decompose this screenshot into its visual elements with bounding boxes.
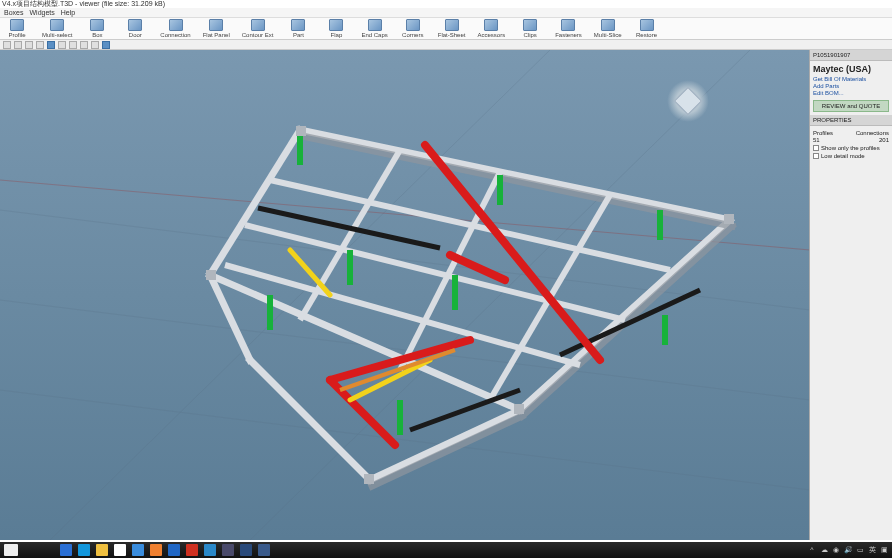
- tool-fit-icon[interactable]: [80, 41, 88, 49]
- start-button[interactable]: [4, 544, 18, 556]
- panel-title: Maytec (USA): [813, 64, 889, 74]
- svg-line-28: [330, 380, 395, 445]
- multi-select-icon: [50, 19, 64, 31]
- checkbox-icon: [813, 153, 819, 159]
- task-explorer-icon[interactable]: [96, 544, 108, 556]
- panel-group-header: P1051901907: [810, 50, 892, 61]
- task-shield-icon[interactable]: [150, 544, 162, 556]
- ribbon-flat-panel[interactable]: Flat Panel: [203, 19, 230, 38]
- task-app4-icon[interactable]: [258, 544, 270, 556]
- tool-undo-icon[interactable]: [14, 41, 22, 49]
- ribbon-toolbar: Profile Multi-select Box Door Connection…: [0, 18, 892, 40]
- windows-taskbar: ^ ☁ ◉ 🔊 ▭ 英 ▣: [0, 542, 892, 558]
- link-edit-bom[interactable]: Edit BOM...: [813, 90, 889, 96]
- menu-widgets[interactable]: Widgets: [29, 9, 54, 16]
- corners-icon: [406, 19, 420, 31]
- ribbon-multi-select[interactable]: Multi-select: [42, 19, 72, 38]
- svg-line-7: [520, 220, 730, 410]
- tray-volume-icon[interactable]: 🔊: [844, 546, 852, 554]
- ribbon-accessors[interactable]: Accessors: [477, 19, 505, 38]
- tool-home-icon[interactable]: [3, 41, 11, 49]
- tray-cloud-icon[interactable]: ☁: [820, 546, 828, 554]
- menu-bar: Boxes Widgets Help: [0, 8, 892, 18]
- tool-zoom-icon[interactable]: [69, 41, 77, 49]
- window-title: V4.x项目结构模型.T3D - viewer (file size: 31.2…: [0, 0, 892, 8]
- ribbon-multislice[interactable]: Multi-Slice: [594, 19, 622, 38]
- task-app3-icon[interactable]: [240, 544, 252, 556]
- part-icon: [291, 19, 305, 31]
- ribbon-box[interactable]: Box: [84, 19, 110, 38]
- ribbon-door[interactable]: Door: [122, 19, 148, 38]
- svg-line-14: [522, 226, 732, 416]
- task-search-icon[interactable]: [60, 544, 72, 556]
- chk-only-profiles[interactable]: Show only the profiles: [813, 145, 889, 151]
- ribbon-flatsheet[interactable]: Flat-Sheet: [438, 19, 466, 38]
- view-cube-face: [674, 87, 702, 115]
- menu-help[interactable]: Help: [61, 9, 75, 16]
- task-app1-icon[interactable]: [204, 544, 216, 556]
- ribbon-clips[interactable]: Clips: [517, 19, 543, 38]
- tool-refresh-icon[interactable]: [36, 41, 44, 49]
- ribbon-profile[interactable]: Profile: [4, 19, 30, 38]
- svg-rect-42: [514, 404, 524, 414]
- link-bom[interactable]: Get Bill Of Materials: [813, 76, 889, 82]
- profiles-value: 51: [813, 137, 820, 143]
- side-panel: P1051901907 Maytec (USA) Get Bill Of Mat…: [809, 50, 892, 540]
- connection-icon: [169, 19, 183, 31]
- checkbox-icon: [813, 145, 819, 151]
- svg-line-3: [50, 50, 550, 540]
- flat-panel-icon: [209, 19, 223, 31]
- flap-icon: [329, 19, 343, 31]
- tray-network-icon[interactable]: ◉: [832, 546, 840, 554]
- accessors-icon: [484, 19, 498, 31]
- svg-line-15: [372, 416, 522, 486]
- tray-chevron-icon[interactable]: ^: [808, 546, 816, 554]
- ribbon-connection[interactable]: Connection: [160, 19, 190, 38]
- ribbon-endcaps[interactable]: End Caps: [361, 19, 387, 38]
- ribbon-restore[interactable]: Restore: [634, 19, 660, 38]
- main-area: P1051901907 Maytec (USA) Get Bill Of Mat…: [0, 50, 892, 540]
- tool-pan-icon[interactable]: [58, 41, 66, 49]
- ribbon-flap[interactable]: Flap: [323, 19, 349, 38]
- link-add-parts[interactable]: Add Parts: [813, 83, 889, 89]
- ribbon-part[interactable]: Part: [285, 19, 311, 38]
- task-wps-icon[interactable]: [186, 544, 198, 556]
- ribbon-fasteners[interactable]: Fasteners: [555, 19, 582, 38]
- clips-icon: [523, 19, 537, 31]
- task-mail-icon[interactable]: [132, 544, 144, 556]
- tool-orbit-icon[interactable]: [47, 41, 55, 49]
- tray-ime-icon[interactable]: 英: [868, 546, 876, 554]
- tool-redo-icon[interactable]: [25, 41, 33, 49]
- svg-line-9: [210, 130, 300, 275]
- task-word-icon[interactable]: [168, 544, 180, 556]
- scene-svg: [0, 50, 809, 540]
- task-edge-icon[interactable]: [78, 544, 90, 556]
- svg-line-0: [0, 390, 809, 490]
- task-store-icon[interactable]: [114, 544, 126, 556]
- task-app2-icon[interactable]: [222, 544, 234, 556]
- svg-rect-43: [364, 474, 374, 484]
- chk-low-detail[interactable]: Low detail mode: [813, 153, 889, 159]
- connections-value: 201: [879, 137, 889, 143]
- svg-rect-44: [206, 270, 216, 280]
- svg-rect-40: [296, 126, 306, 136]
- svg-line-23: [560, 290, 700, 355]
- endcaps-icon: [368, 19, 382, 31]
- connections-label: Connections: [856, 130, 889, 136]
- ribbon-corners[interactable]: Corners: [400, 19, 426, 38]
- door-icon: [128, 19, 142, 31]
- flatsheet-icon: [445, 19, 459, 31]
- ribbon-contour[interactable]: Contour Ext: [242, 19, 274, 38]
- tool-mode-icon[interactable]: [102, 41, 110, 49]
- tool-select-icon[interactable]: [91, 41, 99, 49]
- tray-notif-icon[interactable]: ▣: [880, 546, 888, 554]
- menu-boxes[interactable]: Boxes: [4, 9, 23, 16]
- 3d-viewport[interactable]: [0, 50, 809, 540]
- multislice-icon: [601, 19, 615, 31]
- tray-battery-icon[interactable]: ▭: [856, 546, 864, 554]
- box-icon: [90, 19, 104, 31]
- review-quote-button[interactable]: REVIEW and QUOTE: [813, 100, 889, 112]
- view-cube[interactable]: [667, 80, 709, 122]
- fasteners-icon: [561, 19, 575, 31]
- panel-props-header: PROPERTIES: [810, 115, 892, 126]
